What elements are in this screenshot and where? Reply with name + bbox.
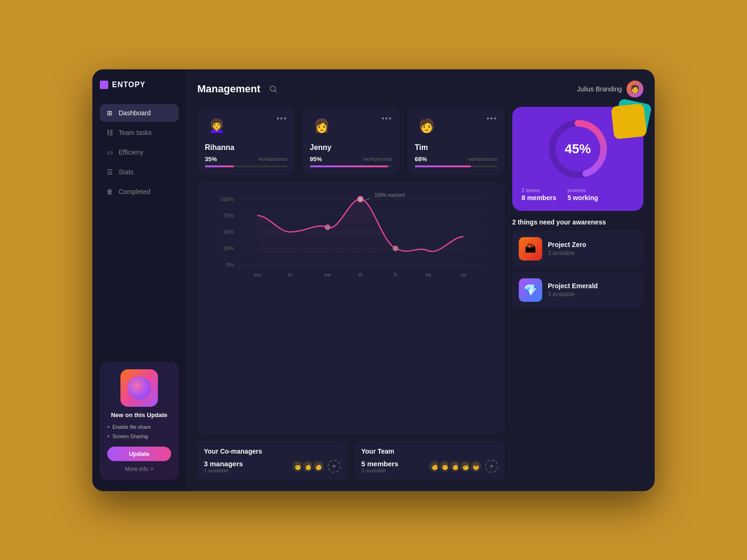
- team-card-rihanna: 👩‍🦱 ••• Rihanna 35% workprocess: [197, 107, 295, 175]
- co-managers-card: Your Co-managers 3 managers 1 available …: [197, 441, 347, 480]
- efficiency-icon: ▭: [105, 148, 114, 157]
- svg-text:so: so: [461, 272, 466, 277]
- your-team-info-row: 5 members 3 available 🧑 👨 👩 🧒 👦: [361, 460, 498, 473]
- your-team-title: Your Team: [361, 448, 498, 455]
- progress-bar-bg-jenny: [310, 165, 392, 167]
- progress-row-jenny: 95% workprocess: [310, 156, 392, 163]
- completed-icon: 🗑: [105, 187, 114, 196]
- donut-stat-process: process 5 working: [568, 187, 598, 202]
- member-avatar-rihanna: 👩‍🦱: [205, 114, 228, 138]
- sidebar-item-label: Efficieny: [119, 149, 143, 156]
- co-managers-count: 3 managers: [204, 460, 243, 468]
- donut-working-label: 5 working: [568, 194, 598, 202]
- layer-yellow: [611, 103, 647, 139]
- donut-teams-label: 2 teams: [522, 187, 556, 193]
- progress-pct-tim: 68%: [415, 156, 427, 163]
- right-column: 45% 2 teams 8 members process 5 working: [512, 107, 643, 480]
- update-feature-1: Enable file share: [107, 423, 171, 431]
- card-menu-jenny[interactable]: •••: [381, 114, 392, 123]
- header: Management Julius Branding 🧑: [197, 81, 643, 97]
- card-menu-tim[interactable]: •••: [486, 114, 497, 123]
- logo-icon: [100, 81, 108, 89]
- sidebar-item-label: Dashboard: [119, 109, 151, 117]
- card-header: 👩 •••: [310, 114, 392, 138]
- update-button[interactable]: Update: [107, 447, 171, 461]
- main-content: Management Julius Branding 🧑: [186, 69, 655, 491]
- svg-text:0%: 0%: [226, 262, 234, 268]
- donut-members-label: 8 members: [522, 194, 556, 202]
- project-emerald-info: Project Emerald 3 available: [548, 282, 598, 298]
- svg-text:we: we: [324, 272, 331, 277]
- update-card: New on this Update Enable file share Scr…: [100, 362, 179, 480]
- your-team-avatars-row: 🧑 👨 👩 🧒 👦 +: [428, 460, 498, 473]
- more-info-link[interactable]: More info >: [125, 466, 153, 472]
- sidebar-item-stats[interactable]: ☰ Stats: [100, 163, 179, 181]
- progress-bar-bg-rihanna: [205, 165, 287, 167]
- add-team-member-button[interactable]: +: [485, 460, 498, 473]
- co-managers-info-row: 3 managers 1 available 👨 👩 🧑 +: [204, 460, 341, 473]
- donut-stat-teams: 2 teams 8 members: [522, 187, 556, 202]
- co-managers-avatars: 👨 👩 🧑: [291, 460, 325, 473]
- project-zero-sub: 3 available: [548, 250, 586, 256]
- sidebar-item-label: Team tasks: [119, 129, 152, 136]
- card-header: 👩‍🦱 •••: [205, 114, 287, 138]
- nav-menu: ⊞ Dashboard ⛓ Team tasks ▭ Efficieny ☰ S…: [100, 104, 179, 201]
- donut-card: 45% 2 teams 8 members process 5 working: [512, 107, 643, 211]
- update-features-list: Enable file share Screen Sharing: [107, 423, 171, 442]
- member-name-tim: Tim: [415, 143, 497, 152]
- member-name-rihanna: Rihanna: [205, 143, 287, 152]
- progress-bar-fill-jenny: [310, 165, 388, 167]
- team-member-avatar-5: 👦: [469, 460, 482, 473]
- progress-row-rihanna: 35% workprocess: [205, 156, 287, 163]
- sidebar-item-label: Completed: [119, 188, 150, 195]
- logo-text: ENTOPY: [112, 81, 146, 89]
- awareness-card-emerald[interactable]: 💎 Project Emerald 3 available: [512, 272, 643, 308]
- co-managers-available: 1 available: [204, 468, 243, 473]
- progress-bar-fill-tim: [415, 165, 471, 167]
- card-menu-rihanna[interactable]: •••: [276, 114, 287, 123]
- progress-pct-jenny: 95%: [310, 156, 322, 163]
- co-managers-info: 3 managers 1 available: [204, 460, 243, 473]
- update-feature-2: Screen Sharing: [107, 433, 171, 440]
- add-co-manager-button[interactable]: +: [328, 460, 341, 473]
- sidebar-item-efficiency[interactable]: ▭ Efficieny: [100, 143, 179, 161]
- sidebar-item-dashboard[interactable]: ⊞ Dashboard: [100, 104, 179, 122]
- project-zero-info: Project Zero 3 available: [548, 241, 586, 256]
- progress-label-tim: workprocess: [468, 156, 497, 162]
- svg-text:fr: fr: [394, 272, 397, 277]
- progress-bar-fill-rihanna: [205, 165, 234, 167]
- user-avatar: 🧑: [627, 81, 643, 97]
- sidebar: ENTOPY ⊞ Dashboard ⛓ Team tasks ▭ Effici…: [92, 69, 186, 491]
- search-button[interactable]: [266, 82, 281, 97]
- svg-text:100% reached: 100% reached: [374, 193, 405, 198]
- svg-text:mo: mo: [254, 272, 261, 277]
- sidebar-item-completed[interactable]: 🗑 Completed: [100, 183, 179, 201]
- member-avatar-jenny: 👩: [310, 114, 333, 138]
- project-emerald-image: 💎: [519, 278, 542, 302]
- svg-line-1: [275, 90, 277, 92]
- stats-icon: ☰: [105, 168, 114, 176]
- page-title: Management: [197, 83, 260, 95]
- your-team-card: Your Team 5 members 3 available 🧑 👨 �: [355, 441, 505, 480]
- svg-text:sa: sa: [426, 272, 432, 277]
- co-managers-title: Your Co-managers: [204, 448, 341, 455]
- sidebar-item-team-tasks[interactable]: ⛓ Team tasks: [100, 124, 179, 142]
- header-left: Management: [197, 82, 281, 97]
- svg-text:tu: tu: [288, 272, 292, 277]
- awareness-card-zero[interactable]: 🏔 Project Zero 3 available: [512, 231, 643, 267]
- svg-text:th: th: [358, 272, 362, 277]
- team-cards-row: 👩‍🦱 ••• Rihanna 35% workprocess: [197, 107, 505, 175]
- team-card-jenny: 👩 ••• Jenny 95% workprocess: [302, 107, 400, 175]
- donut-stats: 2 teams 8 members process 5 working: [522, 187, 634, 202]
- your-team-count: 5 members: [361, 460, 398, 468]
- donut-center: 45%: [565, 142, 591, 157]
- project-zero-name: Project Zero: [548, 241, 586, 248]
- update-orb: [120, 369, 158, 407]
- user-area: Julius Branding 🧑: [577, 81, 643, 97]
- progress-row-tim: 68% workprocess: [415, 156, 497, 163]
- progress-bar-bg-tim: [415, 165, 497, 167]
- donut-container: 45%: [545, 116, 611, 182]
- orb-inner: [127, 376, 151, 400]
- chart-area: 100% 75% 50% 25% 0% mo tu we th fr sa: [205, 190, 497, 284]
- project-emerald-sub: 3 available: [548, 291, 598, 298]
